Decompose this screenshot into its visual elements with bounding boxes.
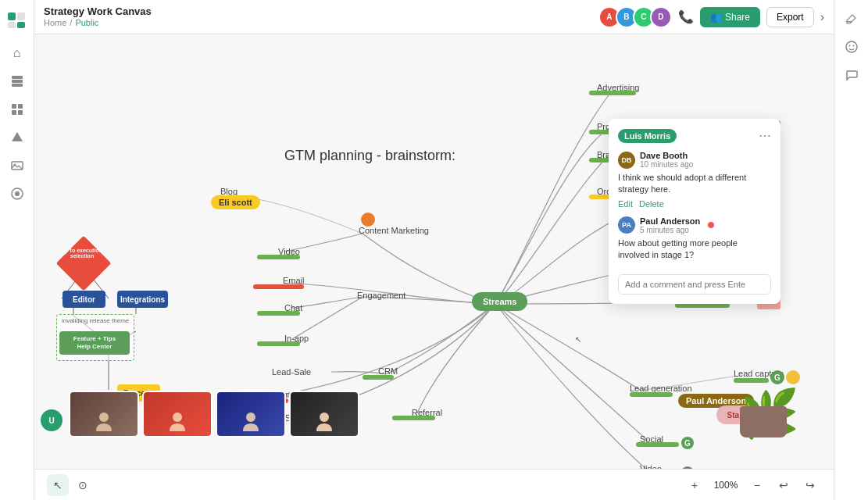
- decision-label: up to executionselection: [59, 248, 105, 259]
- comment-1-author-time: Dave Booth 10 minutes ago: [640, 151, 693, 169]
- active-user-badge: Luis Morris: [618, 129, 677, 143]
- export-button[interactable]: Export: [766, 7, 814, 27]
- referral-bar: [392, 416, 435, 420]
- main-area: Strategy Work Canvas Home / Public A B C…: [34, 0, 834, 500]
- svg-rect-7: [12, 104, 16, 109]
- social-bar: [636, 442, 679, 447]
- comment-1-meta: DB Dave Booth 10 minutes ago: [618, 151, 771, 169]
- editor-box: Editor: [63, 291, 105, 308]
- feature-tips-label: Feature + Tips Help Center: [73, 335, 116, 350]
- streams-node[interactable]: Streams: [472, 292, 527, 311]
- speech-right-icon[interactable]: [839, 62, 864, 88]
- svg-rect-1: [17, 12, 25, 20]
- svg-point-26: [246, 412, 255, 422]
- comment-panel: Luis Morris ⋯ DB Dave Booth 10 minutes a…: [609, 119, 780, 304]
- app-logo[interactable]: [5, 6, 30, 31]
- sidebar: ⌂: [0, 0, 34, 500]
- chat-bar: [257, 311, 300, 316]
- right-panel: [834, 0, 868, 500]
- svg-rect-9: [12, 110, 16, 115]
- home-sidebar-icon[interactable]: ⌂: [5, 41, 30, 66]
- shapes-sidebar-icon[interactable]: [5, 125, 30, 150]
- share-button[interactable]: 👥 Share: [700, 7, 760, 27]
- zoom-level: 100%: [710, 480, 741, 491]
- topbar-right: A B C D 📞 👥 Share Export ›: [598, 6, 824, 28]
- editor-label: Editor: [73, 295, 95, 304]
- layers-sidebar-icon[interactable]: [5, 69, 30, 94]
- zoom-plus-btn[interactable]: +: [684, 474, 705, 496]
- svg-marker-11: [12, 132, 23, 141]
- page-title: Strategy Work Canvas: [44, 5, 152, 18]
- svg-point-25: [173, 412, 182, 422]
- comment-2: PA Paul Anderson 5 minutes ago How about…: [618, 216, 771, 262]
- engagement-label: Engagement: [357, 291, 405, 300]
- another-bar: [675, 303, 730, 308]
- comment-2-author: Paul Anderson: [640, 216, 700, 226]
- comment-2-time: 5 minutes ago: [640, 226, 700, 234]
- lead-capture-dot1: G: [770, 370, 784, 384]
- edit-action[interactable]: Edit: [618, 199, 633, 209]
- user-cursor: ↖: [575, 335, 581, 344]
- integrations-label: Integrations: [120, 295, 165, 304]
- comment-1-avatar: DB: [618, 152, 635, 169]
- comment-2-author-time: Paul Anderson 5 minutes ago: [640, 216, 700, 234]
- lead-capture-dot2: [786, 370, 800, 384]
- email-bar: [253, 284, 304, 289]
- comment-more-icon[interactable]: ⋯: [759, 128, 771, 143]
- svg-rect-5: [12, 80, 23, 83]
- expand-icon[interactable]: ›: [820, 10, 824, 24]
- share-icon: 👥: [710, 12, 722, 23]
- svg-point-30: [848, 45, 850, 47]
- comment-input[interactable]: [618, 274, 771, 295]
- comment-1-text: I think we should adopt a different stra…: [618, 172, 771, 196]
- lead-gen-bar: [630, 392, 673, 397]
- lead-sale-label: Lead-Sale: [272, 367, 311, 377]
- components-sidebar-icon[interactable]: [5, 97, 30, 122]
- emoji-right-icon[interactable]: [839, 34, 864, 59]
- crm-bar: [363, 375, 394, 380]
- redo-btn[interactable]: ↪: [799, 474, 821, 496]
- video-thumb-4: [289, 391, 359, 438]
- video-bar: [257, 255, 300, 259]
- zoom-minus-btn[interactable]: −: [746, 474, 768, 496]
- in-app-bar: [257, 341, 300, 346]
- canvas-title: GTM planning - brainstorm:: [284, 148, 455, 164]
- svg-rect-10: [18, 110, 23, 115]
- svg-point-24: [99, 412, 109, 422]
- content-marketing-label: Content Marketing: [359, 226, 429, 235]
- eli-scott-label: Eli scott: [211, 195, 260, 209]
- breadcrumb-page: Public: [75, 18, 98, 28]
- integrations-box: Integrations: [117, 291, 168, 308]
- cursor-tool-btn[interactable]: ↖: [47, 474, 69, 496]
- comment-header: Luis Morris ⋯: [618, 128, 771, 143]
- share-label: Share: [725, 12, 750, 23]
- home-link[interactable]: Home: [44, 18, 66, 28]
- comment-2-text: How about getting more people involved i…: [618, 238, 771, 262]
- dot-tool-btn[interactable]: ⊙: [72, 474, 94, 496]
- phone-icon[interactable]: 📞: [678, 9, 694, 24]
- delete-action[interactable]: Delete: [639, 199, 664, 209]
- comment-1-time: 10 minutes ago: [640, 160, 693, 169]
- svg-point-15: [15, 191, 20, 196]
- breadcrumb: Home / Public: [44, 18, 152, 28]
- video-thumb-2: [142, 391, 213, 438]
- release-theme: invaliding release theme: [62, 317, 129, 324]
- svg-point-27: [320, 412, 329, 422]
- plugin-sidebar-icon[interactable]: [5, 181, 30, 206]
- svg-rect-3: [17, 22, 25, 28]
- comment-edit-right-icon[interactable]: [839, 6, 864, 31]
- plant-pot: [740, 406, 787, 438]
- topbar: Strategy Work Canvas Home / Public A B C…: [34, 0, 834, 34]
- canvas-area[interactable]: GTM planning - brainstorm: Streams Adver…: [34, 34, 834, 469]
- comment-2-avatar: PA: [618, 216, 635, 234]
- current-user-avatar[interactable]: U: [41, 409, 63, 431]
- image-sidebar-icon[interactable]: [5, 153, 30, 178]
- bottom-bar: ↖ ⊙ + 100% − ↩ ↪: [34, 469, 834, 500]
- unread-dot: [708, 222, 714, 228]
- comment-2-meta: PA Paul Anderson 5 minutes ago: [618, 216, 771, 234]
- svg-rect-8: [18, 104, 23, 109]
- svg-rect-6: [12, 84, 23, 87]
- undo-btn[interactable]: ↩: [773, 474, 795, 496]
- breadcrumb-sep: /: [70, 18, 72, 28]
- tool-buttons: ↖ ⊙: [47, 474, 94, 496]
